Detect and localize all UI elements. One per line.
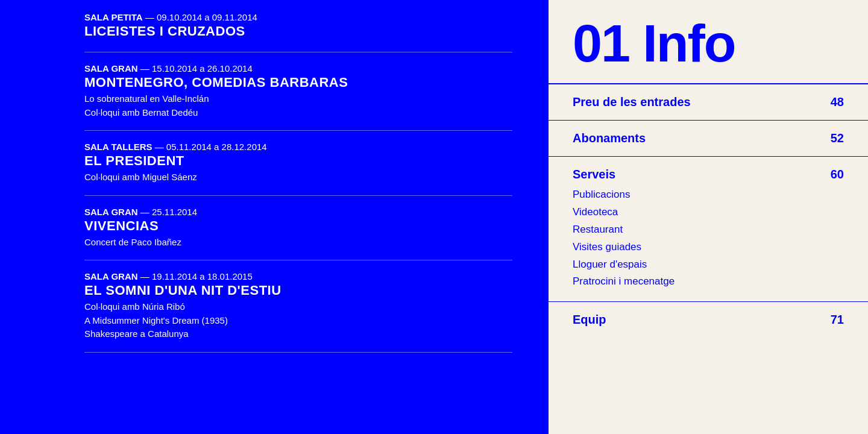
event-subtitles: Concert de Paco Ibañez xyxy=(84,236,512,250)
info-row-label: Equip xyxy=(573,313,606,327)
info-row-number: 48 xyxy=(831,95,844,109)
info-row-number: 71 xyxy=(831,313,844,327)
info-row-label: Preu de les entrades xyxy=(573,95,691,109)
info-row: Equip71 xyxy=(549,302,868,338)
info-row-label: Abonaments xyxy=(573,131,646,145)
event-meta: SALA GRAN — 15.10.2014 a 26.10.2014 xyxy=(84,63,512,74)
event-title: EL SOMNI D'UNA NIT D'ESTIU xyxy=(84,283,512,298)
info-row: Preu de les entrades48 xyxy=(549,84,868,121)
event-title: VIVENCIAS xyxy=(84,218,512,234)
info-row: Serveis60PublicacionsVideotecaRestaurant… xyxy=(549,157,868,302)
event-item: SALA GRAN — 15.10.2014 a 26.10.2014MONTE… xyxy=(84,52,512,131)
event-venue: SALA GRAN xyxy=(84,207,138,217)
event-subtitles: Col·loqui amb Núria RibóA Midsummer Nigh… xyxy=(84,300,512,341)
services-left: Serveis60PublicacionsVideotecaRestaurant… xyxy=(573,168,844,291)
event-venue: SALA PETITA xyxy=(84,12,143,22)
services-subitems: PublicacionsVideotecaRestaurantVisites g… xyxy=(573,186,844,291)
event-item: SALA GRAN — 25.11.2014VIVENCIASConcert d… xyxy=(84,196,512,261)
info-header: 01 Info xyxy=(549,0,868,84)
event-title: MONTENEGRO, COMEDIAS BARBARAS xyxy=(84,75,512,90)
event-item: SALA GRAN — 19.11.2014 a 18.01.2015EL SO… xyxy=(84,260,512,353)
event-meta: SALA GRAN — 19.11.2014 a 18.01.2015 xyxy=(84,271,512,281)
left-panel: SALA PETITA — 09.10.2014 a 09.11.2014LIC… xyxy=(0,0,549,434)
event-meta: SALA GRAN — 25.11.2014 xyxy=(84,207,512,217)
info-row: Abonaments52 xyxy=(549,121,868,157)
right-panel: 01 Info Preu de les entrades48Abonaments… xyxy=(549,0,868,434)
event-title: LICEISTES I CRUZADOS xyxy=(84,24,512,39)
info-row-label: Serveis xyxy=(573,168,615,181)
info-title: 01 Info xyxy=(573,17,844,70)
event-subtitles: Col·loqui amb Miguel Sáenz xyxy=(84,171,512,184)
info-row-number: 60 xyxy=(831,168,844,181)
event-item: SALA PETITA — 09.10.2014 a 09.11.2014LIC… xyxy=(84,12,512,52)
event-meta: SALA PETITA — 09.10.2014 a 09.11.2014 xyxy=(84,12,512,22)
event-meta: SALA TALLERS — 05.11.2014 a 28.12.2014 xyxy=(84,142,512,152)
services-main: Serveis60 xyxy=(573,168,844,181)
event-subtitles: Lo sobrenatural en Valle-InclánCol·loqui… xyxy=(84,92,512,119)
info-row-number: 52 xyxy=(831,131,844,145)
event-title: EL PRESIDENT xyxy=(84,153,512,169)
event-venue: SALA GRAN xyxy=(84,271,138,281)
event-item: SALA TALLERS — 05.11.2014 a 28.12.2014EL… xyxy=(84,131,512,196)
event-venue: SALA TALLERS xyxy=(84,142,153,152)
event-venue: SALA GRAN xyxy=(84,63,138,74)
page: SALA PETITA — 09.10.2014 a 09.11.2014LIC… xyxy=(0,0,868,434)
